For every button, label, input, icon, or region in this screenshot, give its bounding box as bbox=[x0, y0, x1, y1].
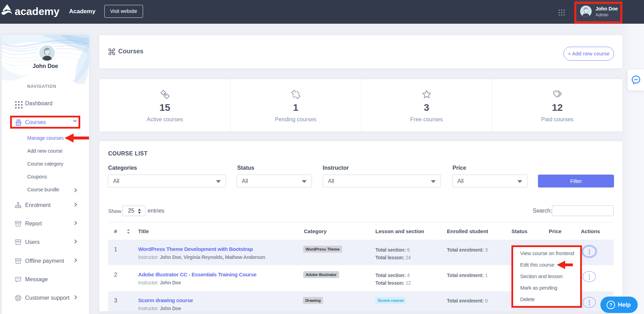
svg-text:?: ? bbox=[609, 302, 613, 308]
